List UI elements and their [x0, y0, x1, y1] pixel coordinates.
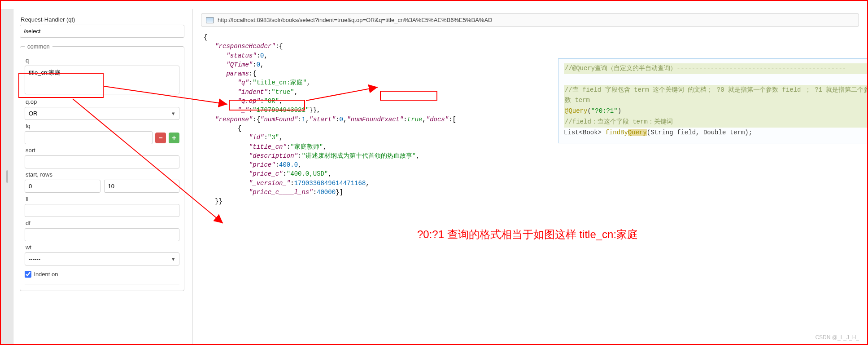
request-handler-input[interactable]: [20, 25, 184, 38]
code-comment-3: //field：查这个字段 term：关键词: [564, 117, 868, 128]
code-snippet-panel: //@Query查询（自定义的半自动查询）-------------------…: [558, 58, 868, 143]
fq-remove-button[interactable]: −: [155, 133, 166, 143]
sort-input[interactable]: [25, 155, 179, 168]
sort-label: sort: [26, 147, 179, 154]
code-query-annotation: @Query("?0:?1"): [564, 106, 868, 117]
fl-input[interactable]: [25, 204, 179, 217]
code-comment-2: //查 field 字段包含 term 这个关键词 的文档； ?0 就是指第一个…: [564, 85, 868, 106]
common-fieldset: common q title_cn:家庭 q.op OR fq − + sort: [20, 43, 184, 291]
rows-input[interactable]: [104, 180, 180, 193]
request-handler-label: Request-Handler (qt): [21, 16, 184, 23]
startrows-label: start, rows: [26, 171, 179, 178]
query-sidebar: Request-Handler (qt) common q title_cn:家…: [13, 9, 193, 344]
wt-select[interactable]: ------: [25, 252, 179, 265]
q-label: q: [26, 57, 179, 64]
indent-checkbox[interactable]: [25, 271, 31, 278]
df-input[interactable]: [25, 228, 179, 241]
url-text: http://localhost:8983/solr/books/select?…: [218, 17, 492, 23]
fq-label: fq: [26, 123, 179, 129]
qop-select[interactable]: OR: [25, 107, 179, 120]
code-method-line: List<Book> findByQuery(String field, Dou…: [564, 129, 752, 136]
start-input[interactable]: [25, 180, 100, 193]
browser-icon: [206, 17, 214, 23]
q-input[interactable]: title_cn:家庭: [25, 66, 179, 94]
annotation-note: ?0:?1 查询的格式相当于如图这样 title_cn:家庭: [417, 227, 638, 242]
separator: [25, 284, 179, 284]
watermark: CSDN @_L_J_H_: [815, 334, 859, 341]
url-bar[interactable]: http://localhost:8983/solr/books/select?…: [201, 13, 859, 27]
indent-label: indent on: [34, 271, 58, 278]
code-comment-1: //@Query查询（自定义的半自动查询）-------------------…: [564, 63, 868, 74]
plus-icon: +: [172, 134, 176, 142]
fq-add-button[interactable]: +: [169, 133, 179, 143]
collapsed-panel-handle[interactable]: [1, 9, 13, 344]
main-panel: http://localhost:8983/solr/books/select?…: [193, 9, 867, 344]
fq-input[interactable]: [25, 131, 153, 144]
df-label: df: [26, 220, 179, 226]
common-legend: common: [25, 43, 52, 50]
minus-icon: −: [158, 134, 162, 142]
wt-label: wt: [26, 244, 179, 251]
fl-label: fl: [26, 195, 179, 202]
qop-label: q.op: [26, 98, 179, 105]
